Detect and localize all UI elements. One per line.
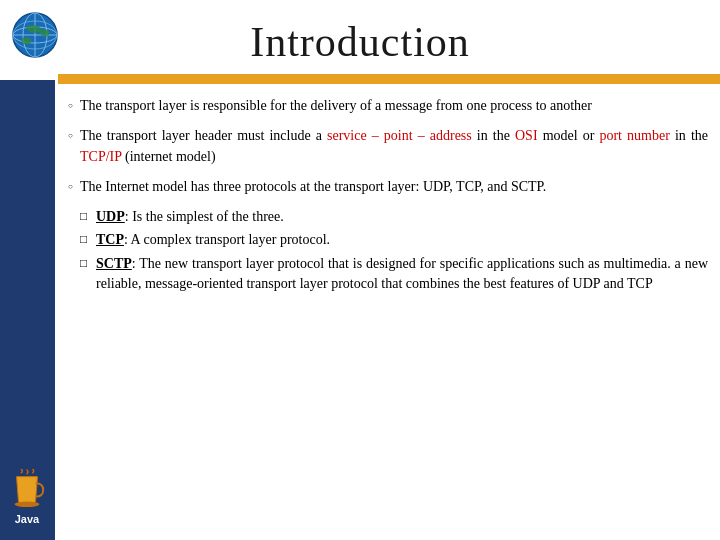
bullet-1: ○ The transport layer is responsible for… bbox=[68, 96, 708, 116]
udp-text: UDP: Is the simplest of the three. bbox=[96, 207, 708, 227]
bullet-dot-1: ○ bbox=[68, 100, 80, 112]
osi-text: OSI bbox=[515, 128, 538, 143]
protocol-list: □ UDP: Is the simplest of the three. □ T… bbox=[80, 207, 708, 294]
sctp-line: □ SCTP: The new transport layer protocol… bbox=[80, 254, 708, 295]
udp-checkbox: □ bbox=[80, 208, 96, 225]
java-logo: Java bbox=[6, 469, 48, 525]
slide: Introduction ○ The transport layer is re… bbox=[0, 0, 720, 540]
bullet-2-middle3: in the bbox=[670, 128, 708, 143]
tcp-desc: : A complex transport layer protocol. bbox=[124, 232, 330, 247]
sctp-checkbox: □ bbox=[80, 255, 96, 272]
orange-separator bbox=[58, 74, 720, 84]
udp-desc: : Is the simplest of the three. bbox=[125, 209, 284, 224]
title-area: Introduction bbox=[0, 0, 720, 74]
globe-logo-area bbox=[10, 10, 65, 65]
bullet-2-text: The transport layer header must include … bbox=[80, 126, 708, 167]
bullet-2-middle2: model or bbox=[538, 128, 600, 143]
udp-line: □ UDP: Is the simplest of the three. bbox=[80, 207, 708, 227]
sctp-label: SCTP bbox=[96, 256, 132, 271]
bullet-2: ○ The transport layer header must includ… bbox=[68, 126, 708, 167]
tcp-label: TCP bbox=[96, 232, 124, 247]
bullet-dot-2: ○ bbox=[68, 130, 80, 142]
java-label-text: Java bbox=[6, 513, 48, 525]
sctp-desc: : The new transport layer protocol that … bbox=[96, 256, 708, 291]
bullet-2-suffix: (internet model) bbox=[122, 149, 216, 164]
tcpip-text: TCP/IP bbox=[80, 149, 122, 164]
content-area: ○ The transport layer is responsible for… bbox=[68, 96, 708, 294]
tcp-checkbox: □ bbox=[80, 231, 96, 248]
svg-point-6 bbox=[15, 501, 40, 507]
page-title: Introduction bbox=[250, 19, 470, 65]
tcp-line: □ TCP: A complex transport layer protoco… bbox=[80, 230, 708, 250]
bullet-3: ○ The Internet model has three protocols… bbox=[68, 177, 708, 197]
service-point-text: service – point – address bbox=[327, 128, 472, 143]
bullet-3-text: The Internet model has three protocols a… bbox=[80, 177, 708, 197]
port-number-text: port number bbox=[599, 128, 669, 143]
globe-icon bbox=[10, 10, 60, 60]
bullet-2-middle: in the bbox=[472, 128, 515, 143]
sctp-text: SCTP: The new transport layer protocol t… bbox=[96, 254, 708, 295]
udp-label: UDP bbox=[96, 209, 125, 224]
tcp-text: TCP: A complex transport layer protocol. bbox=[96, 230, 708, 250]
bullet-dot-3: ○ bbox=[68, 181, 80, 193]
bullet-2-prefix: The transport layer header must include … bbox=[80, 128, 327, 143]
java-cup-icon bbox=[8, 469, 46, 509]
bullet-1-text: The transport layer is responsible for t… bbox=[80, 96, 708, 116]
